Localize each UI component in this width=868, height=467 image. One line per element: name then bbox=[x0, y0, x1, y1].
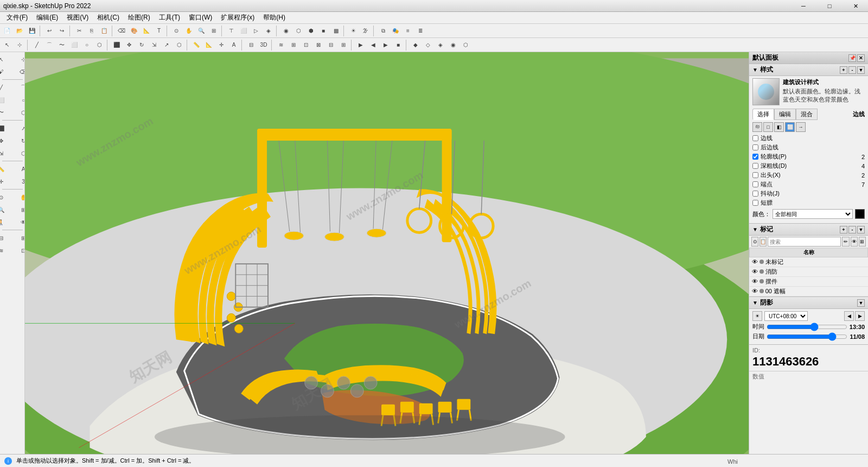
tb2-sandbox2[interactable]: ⊞ bbox=[288, 39, 299, 51]
tb-paint[interactable]: 🎨 bbox=[128, 25, 140, 37]
tag-eye-3[interactable]: 👁 bbox=[752, 278, 758, 285]
tb-new[interactable]: 📄 bbox=[1, 25, 13, 37]
check-short[interactable] bbox=[752, 200, 758, 206]
tb2-extra3[interactable]: ◈ bbox=[435, 39, 446, 51]
menu-camera[interactable]: 相机(C) bbox=[93, 12, 124, 23]
check-profile[interactable] bbox=[752, 154, 758, 160]
lt-rotate[interactable]: ↻ bbox=[12, 135, 25, 147]
tb-hidden[interactable]: ⬢ bbox=[305, 25, 317, 37]
style-section-header[interactable]: ▼ 样式 + - ▼ bbox=[749, 64, 868, 76]
shadow-next[interactable]: ▶ bbox=[855, 311, 865, 321]
tab-select[interactable]: 选择 bbox=[752, 109, 774, 120]
lt-followme[interactable]: ↗ bbox=[12, 122, 25, 134]
lt-orbit[interactable]: ⊙ bbox=[0, 191, 12, 203]
tb-wire[interactable]: ⬡ bbox=[292, 25, 304, 37]
tb2-sandbox[interactable]: ≋ bbox=[275, 39, 287, 51]
lt-3dtext[interactable]: 3 bbox=[12, 175, 25, 187]
edge-btn5[interactable]: → bbox=[796, 122, 806, 132]
style-add[interactable]: + bbox=[840, 66, 847, 74]
tab-mix[interactable]: 混合 bbox=[796, 109, 818, 120]
color-swatch[interactable] bbox=[855, 209, 865, 219]
tb-front[interactable]: ⬜ bbox=[238, 25, 250, 37]
tags-options[interactable]: ▼ bbox=[857, 226, 865, 234]
tb2-tape[interactable]: 📏 bbox=[190, 39, 202, 51]
lt-offset[interactable]: ⬡ bbox=[12, 147, 25, 159]
tb2-select[interactable]: ↖ bbox=[1, 39, 13, 51]
tb2-rotate[interactable]: ↻ bbox=[136, 39, 148, 51]
tb-components[interactable]: ⧉ bbox=[377, 25, 389, 37]
tb-paste[interactable]: 📋 bbox=[98, 25, 110, 37]
menu-draw[interactable]: 绘图(R) bbox=[124, 12, 155, 23]
tags-visible[interactable]: 👁 bbox=[851, 237, 858, 247]
tb2-extra2[interactable]: ◇ bbox=[422, 39, 434, 51]
menu-extensions[interactable]: 扩展程序(x) bbox=[216, 12, 259, 23]
lt-scale[interactable]: ⇲ bbox=[0, 147, 12, 159]
tb-xray[interactable]: ◉ bbox=[280, 25, 292, 37]
tb2-extra5[interactable]: ⬡ bbox=[459, 39, 471, 51]
tags-icon2[interactable]: 📋 bbox=[760, 237, 767, 247]
tb2-prev[interactable]: ◀ bbox=[367, 39, 379, 51]
tb2-axes[interactable]: ✛ bbox=[215, 39, 227, 51]
tb-copy[interactable]: ⎘ bbox=[86, 25, 98, 37]
tb-top[interactable]: ⊤ bbox=[225, 25, 237, 37]
tb-cut[interactable]: ✂ bbox=[73, 25, 85, 37]
menu-tools[interactable]: 工具(T) bbox=[155, 12, 184, 23]
lt-paint[interactable]: 🖌 bbox=[0, 66, 12, 78]
tb2-play[interactable]: ▶ bbox=[355, 39, 367, 51]
tb-zoom[interactable]: 🔍 bbox=[195, 25, 207, 37]
tb-iso[interactable]: ◈ bbox=[263, 25, 275, 37]
tb-undo[interactable]: ↩ bbox=[43, 25, 55, 37]
panel-close[interactable]: ✕ bbox=[857, 54, 865, 62]
tb2-select2[interactable]: ⊹ bbox=[14, 39, 25, 51]
tags-edit[interactable]: ✏ bbox=[842, 237, 849, 247]
tb2-rect[interactable]: ⬜ bbox=[68, 39, 80, 51]
tb-outliner[interactable]: ≣ bbox=[414, 25, 426, 37]
check-depth[interactable] bbox=[752, 163, 758, 169]
tb2-arc[interactable]: ⌒ bbox=[43, 39, 55, 51]
tb-save[interactable]: 💾 bbox=[26, 25, 38, 37]
tags-del[interactable]: - bbox=[848, 226, 856, 234]
check-jitter[interactable] bbox=[752, 191, 758, 197]
tb2-extra4[interactable]: ◉ bbox=[447, 39, 459, 51]
tag-eye-4[interactable]: 👁 bbox=[752, 288, 758, 294]
lt-circle[interactable]: ○ bbox=[12, 94, 25, 106]
style-preview[interactable] bbox=[752, 78, 780, 105]
shadow-options[interactable]: ▼ bbox=[857, 299, 865, 307]
tags-header[interactable]: ▼ 标记 + - ▼ bbox=[749, 224, 868, 236]
tag-eye-2[interactable]: 👁 bbox=[752, 268, 758, 275]
menu-edit[interactable]: 编辑(E) bbox=[32, 12, 62, 23]
tb2-scale[interactable]: ⇲ bbox=[148, 39, 160, 51]
menu-window[interactable]: 窗口(W) bbox=[184, 12, 216, 23]
check-backedges[interactable] bbox=[752, 144, 758, 150]
tb2-3dtext[interactable]: 3D bbox=[258, 39, 270, 51]
tb2-sandbox4[interactable]: ⊠ bbox=[312, 39, 324, 51]
tb-redo[interactable]: ↪ bbox=[56, 25, 68, 37]
tag-eye-1[interactable]: 👁 bbox=[752, 258, 758, 265]
tb2-move[interactable]: ✥ bbox=[123, 39, 135, 51]
shadow-header[interactable]: ▼ 阴影 ▼ bbox=[749, 297, 868, 309]
lt-select2[interactable]: ⊹ bbox=[12, 53, 25, 65]
lt-look[interactable]: 👁 bbox=[12, 216, 25, 228]
lt-select[interactable]: ↖ bbox=[0, 53, 12, 65]
tab-edit[interactable]: 编辑 bbox=[774, 109, 796, 120]
tb2-section[interactable]: ⊟ bbox=[245, 39, 257, 51]
tb2-followme[interactable]: ↗ bbox=[161, 39, 173, 51]
lt-move[interactable]: ✥ bbox=[0, 135, 12, 147]
utc-select[interactable]: UTC+08:00 bbox=[764, 311, 808, 321]
tags-search[interactable] bbox=[768, 237, 841, 247]
tb2-sandbox6[interactable]: ⊞ bbox=[337, 39, 349, 51]
time-slider[interactable] bbox=[767, 323, 847, 331]
menu-file[interactable]: 文件(F) bbox=[2, 12, 32, 23]
check-extension[interactable] bbox=[752, 172, 758, 178]
tb-measure[interactable]: 📐 bbox=[141, 25, 152, 37]
menu-help[interactable]: 帮助(H) bbox=[259, 12, 290, 23]
tb-zoomext[interactable]: ⊞ bbox=[208, 25, 220, 37]
lt-rect[interactable]: ⬜ bbox=[0, 94, 12, 106]
color-dropdown[interactable]: 全部相同 bbox=[773, 209, 853, 219]
tb2-extra1[interactable]: ◆ bbox=[410, 39, 422, 51]
tb-open[interactable]: 📂 bbox=[14, 25, 25, 37]
lt-line[interactable]: ╱ bbox=[0, 81, 12, 93]
check-edges[interactable] bbox=[752, 135, 758, 141]
tb-right[interactable]: ▷ bbox=[250, 25, 262, 37]
tb-layers[interactable]: ≡ bbox=[402, 25, 414, 37]
